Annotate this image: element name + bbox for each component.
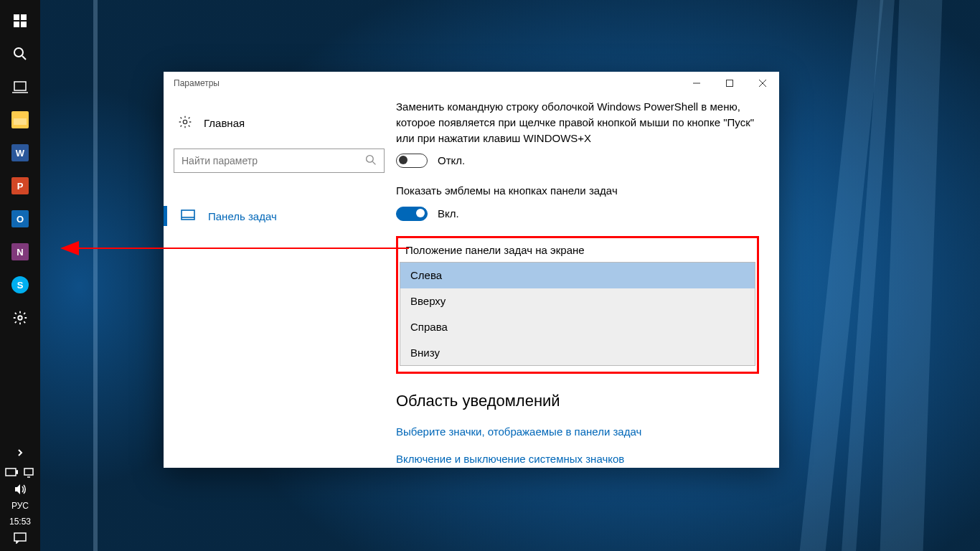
onenote-icon: N [11,243,29,260]
svg-rect-16 [727,80,733,87]
svg-rect-2 [14,22,19,27]
search-input[interactable]: Найти параметр [174,149,385,173]
svg-rect-8 [14,118,27,125]
system-tray: РУС 15:53 [5,463,35,551]
window-title: Параметры [164,78,220,88]
option-left[interactable]: Слева [400,263,755,288]
svg-line-21 [372,161,375,164]
home-button[interactable]: Главная [174,110,380,144]
start-button[interactable] [0,4,40,37]
svg-rect-10 [6,468,16,476]
annotation-arrow [62,248,409,249]
folder-icon [11,111,29,128]
taskbar-position-dropdown[interactable]: Слева Вверху Справа Внизу [400,262,755,366]
word-button[interactable]: W [0,136,40,169]
language-indicator[interactable]: РУС [11,501,29,511]
option-right[interactable]: Справа [400,314,755,340]
toggle-off-label: Откл. [438,153,465,169]
svg-rect-11 [17,471,18,474]
skype-button[interactable]: S [0,268,40,301]
svg-rect-12 [24,468,33,475]
svg-point-4 [14,48,23,57]
select-icons-link[interactable]: Выберите значки, отображаемые в панели з… [396,424,759,440]
settings-content: Заменить командную строку оболочкой Wind… [390,95,779,468]
outlook-icon: O [11,210,29,227]
skype-icon: S [11,276,29,293]
volume-icon[interactable] [14,484,27,495]
tray-expand-button[interactable] [0,442,40,463]
search-icon [365,154,377,168]
onenote-button[interactable]: N [0,235,40,268]
word-icon: W [11,144,29,161]
notification-area-heading: Область уведомлений [396,390,759,413]
taskbar-position-group: Положение панели задач на экране Слева В… [396,236,759,375]
toggle-on-label: Вкл. [438,206,459,222]
badges-toggle[interactable] [396,207,428,221]
powerpoint-button[interactable]: P [0,169,40,202]
sidebar-item-taskbar[interactable]: Панель задач [174,202,380,230]
svg-rect-3 [21,22,27,27]
search-placeholder: Найти параметр [182,155,365,166]
svg-rect-22 [182,210,194,220]
minimize-button[interactable] [680,72,713,95]
titlebar[interactable]: Параметры [164,72,779,95]
settings-window: Параметры Главная Найти параметр Панель … [164,72,779,468]
svg-point-20 [367,155,374,162]
decoration [93,0,98,551]
task-view-button[interactable] [0,70,40,103]
badges-description: Показать эмблемы на кнопках панели задач [396,183,759,199]
option-top[interactable]: Вверху [400,288,755,314]
settings-sidebar: Главная Найти параметр Панель задач [164,95,390,468]
maximize-button[interactable] [713,72,746,95]
clock[interactable]: 15:53 [9,517,31,527]
powerpoint-icon: P [11,177,29,194]
svg-point-19 [183,120,187,123]
sidebar-item-label: Панель задач [208,210,277,222]
outlook-button[interactable]: O [0,202,40,235]
action-center-icon[interactable] [14,532,27,544]
settings-button[interactable] [0,301,40,334]
battery-icon[interactable] [5,468,18,478]
svg-rect-1 [21,14,27,20]
home-label: Главная [204,117,245,129]
taskbar: W P O N S РУС 15:53 [0,0,40,551]
close-button[interactable] [746,72,779,95]
svg-line-5 [22,56,26,60]
taskbar-position-label: Положение панели задач на экране [400,240,755,263]
svg-point-9 [18,316,22,320]
taskbar-icon [181,209,195,223]
file-explorer-button[interactable] [0,103,40,136]
svg-rect-0 [14,14,19,20]
search-button[interactable] [0,37,40,70]
powershell-description: Заменить командную строку оболочкой Wind… [396,99,759,146]
gear-icon [178,115,192,131]
system-icons-link[interactable]: Включение и выключение системных значков [396,451,759,467]
network-icon[interactable] [24,468,35,478]
svg-rect-6 [14,82,26,90]
option-bottom[interactable]: Внизу [400,340,755,366]
decoration [880,0,943,551]
svg-rect-14 [14,533,26,541]
powershell-toggle[interactable] [396,154,428,168]
